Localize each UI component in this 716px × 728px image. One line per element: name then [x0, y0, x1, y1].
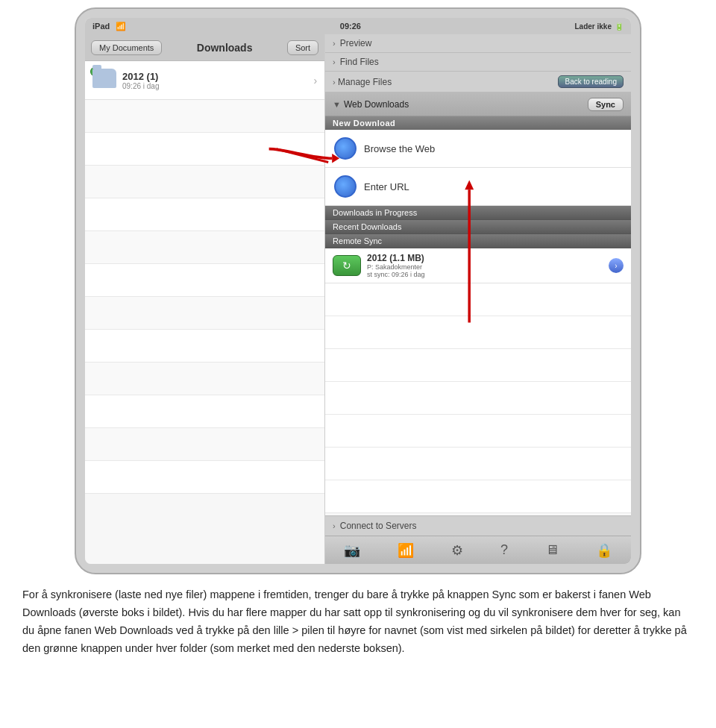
status-bar-time: 09:26 [340, 22, 361, 31]
main-content: My Documents Downloads Sort [85, 34, 631, 564]
manage-files-left: › Manage Files [333, 77, 392, 87]
remote-sync-section[interactable]: Remote Sync [325, 234, 631, 248]
sort-button[interactable]: Sort [287, 40, 318, 55]
sync-file-path: P: Sakadokmenter [367, 263, 603, 271]
manage-files-row[interactable]: › Manage Files Back to reading [325, 72, 631, 92]
empty-row-7 [85, 297, 324, 330]
enter-url-label: Enter URL [364, 181, 409, 192]
preview-chevron-icon: › [333, 39, 336, 48]
green-sync-button[interactable]: ↻ [333, 255, 361, 276]
empty-row-3 [85, 166, 324, 198]
lock-toolbar-icon[interactable]: 🔒 [596, 542, 612, 559]
empty-row-2 [85, 133, 324, 166]
sync-file-name: 2012 (1.1 MB) [367, 253, 603, 263]
browse-the-web-label: Browse the Web [364, 143, 435, 154]
web-downloads-left: ▼ Web Downloads [333, 99, 409, 110]
charging-label: Lader ikke [575, 22, 612, 31]
sync-file-date: st sync: 09:26 i dag [367, 271, 603, 278]
ipad-bottom-toolbar: 📷 📶 ⚙ ? 🖥 🔒 [325, 536, 631, 564]
right-empty-row-3 [325, 349, 631, 382]
recent-downloads-section: Recent Downloads [325, 220, 631, 234]
right-empty-row-7 [325, 480, 631, 513]
enter-url-globe-icon [334, 175, 357, 198]
right-empty-row-2 [325, 316, 631, 349]
screenshot-container: iPad 📶 09:26 Lader ikke 🔋 My Documents D… [0, 0, 716, 673]
left-toolbar: My Documents Downloads Sort [85, 34, 324, 61]
manage-files-chevron-icon: › [333, 78, 336, 87]
enter-url-item[interactable]: Enter URL [325, 168, 631, 206]
right-empty-row-5 [325, 415, 631, 448]
preview-section[interactable]: › Preview [325, 34, 631, 53]
empty-row-9 [85, 363, 324, 395]
file-name: 2012 (1) [122, 71, 313, 82]
right-panel: › Preview › Find Files › Manage Files [325, 34, 631, 564]
status-bar: iPad 📶 09:26 Lader ikke 🔋 [85, 18, 631, 34]
empty-row-8 [85, 330, 324, 363]
empty-row-6 [85, 264, 324, 297]
ipad-mockup: iPad 📶 09:26 Lader ikke 🔋 My Documents D… [75, 7, 641, 574]
description-text: For å synkronisere (laste ned nye filer)… [22, 586, 694, 658]
battery-icon: 🔋 [615, 22, 624, 31]
wifi-toolbar-icon[interactable]: 📶 [398, 542, 414, 559]
web-downloads-label: Web Downloads [344, 99, 409, 110]
file-list: 2012 (1) 09:26 i dag › [85, 61, 324, 564]
empty-row-11 [85, 428, 324, 461]
right-empty-row-1 [325, 283, 631, 316]
find-files-label: Find Files [340, 57, 379, 67]
right-empty-row-4 [325, 382, 631, 415]
file-date: 09:26 i dag [122, 82, 313, 90]
status-bar-left: iPad 📶 [92, 22, 126, 31]
new-download-header: New Download [325, 116, 631, 130]
help-toolbar-icon[interactable]: ? [500, 542, 508, 558]
right-empty-rows [325, 283, 631, 515]
sync-button[interactable]: Sync [588, 98, 624, 111]
back-to-reading-button[interactable]: Back to reading [558, 75, 624, 88]
display-toolbar-icon[interactable]: 🖥 [545, 542, 559, 558]
left-panel-title: Downloads [166, 42, 283, 54]
connect-to-servers-label: Connect to Servers [340, 521, 417, 531]
wifi-icon: 📶 [116, 22, 126, 31]
folder-item-2012[interactable]: 2012 (1) 09:26 i dag › [85, 61, 324, 100]
empty-row-10 [85, 395, 324, 428]
left-panel: My Documents Downloads Sort [85, 34, 325, 564]
right-empty-row-6 [325, 448, 631, 480]
preview-label: Preview [340, 38, 372, 48]
manage-files-label: Manage Files [338, 77, 392, 87]
sync-arrows-icon: ↻ [342, 260, 351, 272]
camera-toolbar-icon[interactable]: 📷 [344, 542, 360, 559]
status-bar-right: Lader ikke 🔋 [575, 22, 624, 31]
browse-the-web-item[interactable]: Browse the Web [325, 130, 631, 168]
file-chevron: › [313, 75, 317, 87]
web-downloads-chevron-icon: ▼ [333, 100, 341, 109]
my-documents-button[interactable]: My Documents [91, 40, 162, 55]
settings-toolbar-icon[interactable]: ⚙ [451, 542, 463, 559]
right-file-info: 2012 (1.1 MB) P: Sakadokmenter st sync: … [367, 253, 603, 278]
connect-chevron-icon: › [333, 521, 336, 530]
folder-icon [92, 69, 116, 88]
ipad-screen: iPad 📶 09:26 Lader ikke 🔋 My Documents D… [85, 18, 631, 564]
sync-file-info-icon[interactable]: › [609, 258, 624, 273]
folder-icon-container [92, 69, 116, 92]
downloads-in-progress-section: Downloads in Progress [325, 206, 631, 220]
description-area: For å synkronisere (laste ned nye filer)… [15, 586, 701, 658]
globe-icon [334, 137, 357, 160]
find-files-chevron-icon: › [333, 57, 336, 66]
empty-row-5 [85, 231, 324, 264]
ipad-label: iPad [92, 22, 110, 31]
find-files-section[interactable]: › Find Files [325, 53, 631, 72]
connect-to-servers-row[interactable]: › Connect to Servers [325, 515, 631, 536]
file-info: 2012 (1) 09:26 i dag [122, 71, 313, 90]
empty-row-12 [85, 461, 324, 494]
empty-row-1 [85, 100, 324, 133]
web-downloads-row[interactable]: ▼ Web Downloads Sync [325, 92, 631, 116]
empty-row-4 [85, 198, 324, 231]
sync-file-item[interactable]: ↻ 2012 (1.1 MB) P: Sakadokmenter st sync… [325, 248, 631, 283]
